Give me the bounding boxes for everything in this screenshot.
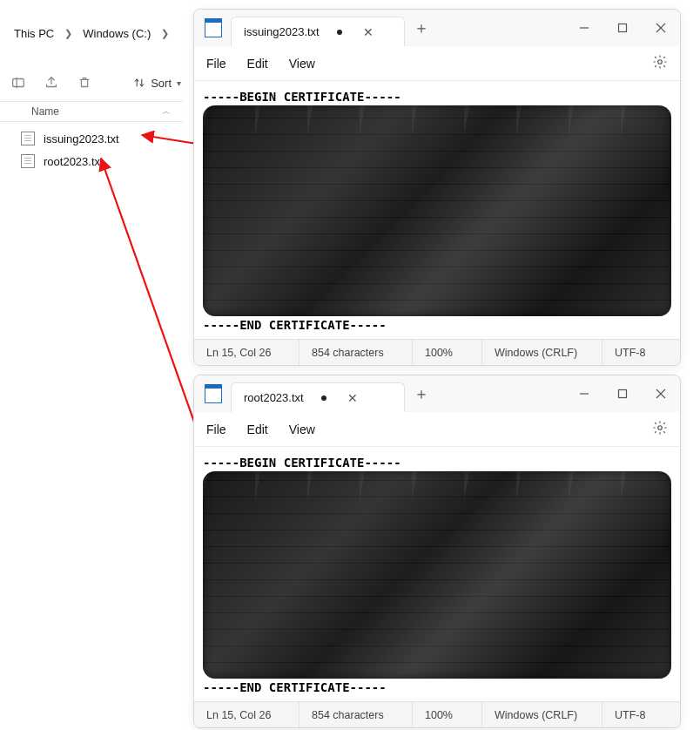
maximize-button[interactable]: [603, 10, 642, 45]
column-header-row: Name ︿: [0, 101, 183, 122]
svg-rect-10: [619, 390, 627, 398]
menu-file[interactable]: File: [206, 57, 226, 71]
pem-end-line: -----END CERTIFICATE-----: [203, 318, 671, 332]
chevron-right-icon: ❯: [159, 28, 171, 39]
file-name: issuing2023.txt: [44, 132, 119, 145]
tab-title: issuing2023.txt: [244, 25, 320, 38]
menu-view[interactable]: View: [289, 422, 315, 436]
tab-title: root2023.txt: [244, 391, 304, 404]
pem-begin-line: -----BEGIN CERTIFICATE-----: [203, 456, 671, 470]
file-list: issuing2023.txt root2023.txt: [21, 127, 178, 172]
close-button[interactable]: [642, 10, 680, 45]
chevron-up-icon[interactable]: ︿: [162, 105, 171, 118]
redacted-certificate-body: [203, 471, 671, 679]
unsaved-dot-icon: [337, 30, 342, 35]
window-controls: [565, 10, 680, 45]
svg-rect-5: [619, 24, 627, 32]
rename-icon[interactable]: [10, 75, 26, 91]
menu-view[interactable]: View: [289, 57, 315, 71]
pem-end-line: -----END CERTIFICATE-----: [203, 680, 671, 694]
unsaved-dot-icon: [321, 395, 326, 401]
new-tab-button[interactable]: ＋: [414, 17, 429, 38]
notepad-window-root: root2023.txt ✕ ＋ File Edit View -----BEG…: [193, 375, 681, 728]
menu-file[interactable]: File: [206, 422, 226, 436]
tab-issuing[interactable]: issuing2023.txt ✕: [231, 17, 405, 46]
titlebar[interactable]: issuing2023.txt ✕ ＋: [194, 10, 680, 46]
close-button[interactable]: [642, 376, 680, 411]
status-encoding: UTF-8: [602, 702, 680, 727]
redacted-certificate-body: [203, 105, 671, 316]
chevron-right-icon: ❯: [63, 28, 74, 39]
status-char-count: 854 characters: [299, 340, 412, 365]
menu-edit[interactable]: Edit: [247, 57, 268, 71]
status-encoding: UTF-8: [602, 340, 680, 365]
menu-edit[interactable]: Edit: [247, 422, 268, 436]
notepad-window-issuing: issuing2023.txt ✕ ＋ File Edit View -----…: [193, 9, 681, 366]
column-name[interactable]: Name: [0, 105, 59, 118]
file-row-root[interactable]: root2023.txt: [21, 150, 178, 172]
status-line-ending: Windows (CRLF): [481, 702, 602, 727]
window-controls: [565, 376, 680, 411]
file-name: root2023.txt: [44, 155, 104, 168]
settings-button[interactable]: [652, 420, 668, 438]
notepad-app-icon: [205, 18, 222, 37]
status-zoom[interactable]: 100%: [412, 702, 481, 727]
svg-point-8: [658, 60, 663, 64]
menubar: File Edit View: [194, 412, 680, 447]
tab-close-button[interactable]: ✕: [360, 26, 377, 38]
svg-rect-0: [13, 79, 24, 87]
titlebar[interactable]: root2023.txt ✕ ＋: [194, 375, 680, 412]
new-tab-button[interactable]: ＋: [414, 383, 429, 404]
settings-button[interactable]: [652, 54, 668, 72]
breadcrumb: This PC ❯ Windows (C:) ❯: [0, 23, 171, 44]
minimize-button[interactable]: [565, 376, 603, 411]
sort-button[interactable]: Sort ▾: [133, 77, 181, 90]
tab-close-button[interactable]: ✕: [344, 392, 361, 404]
crumb-drive-c[interactable]: Windows (C:): [79, 25, 154, 42]
chevron-down-icon: ▾: [177, 78, 181, 88]
menubar: File Edit View: [194, 46, 680, 81]
status-cursor-pos: Ln 15, Col 26: [194, 340, 299, 365]
statusbar: Ln 15, Col 26 854 characters 100% Window…: [194, 339, 680, 365]
trash-icon[interactable]: [77, 75, 92, 91]
crumb-this-pc[interactable]: This PC: [10, 25, 57, 42]
status-zoom[interactable]: 100%: [412, 340, 481, 365]
text-file-icon: [21, 154, 35, 168]
editor-area[interactable]: -----BEGIN CERTIFICATE----- -----END CER…: [194, 81, 680, 339]
sort-label: Sort: [151, 77, 172, 90]
file-row-issuing[interactable]: issuing2023.txt: [21, 127, 178, 150]
pem-begin-line: -----BEGIN CERTIFICATE-----: [203, 90, 671, 104]
status-char-count: 854 characters: [299, 702, 412, 727]
maximize-button[interactable]: [603, 376, 642, 411]
editor-area[interactable]: -----BEGIN CERTIFICATE----- -----END CER…: [194, 447, 680, 701]
statusbar: Ln 15, Col 26 854 characters 100% Window…: [194, 701, 680, 727]
notepad-app-icon: [205, 384, 222, 403]
minimize-button[interactable]: [565, 10, 603, 45]
explorer-toolbar: Sort ▾: [0, 70, 192, 96]
status-cursor-pos: Ln 15, Col 26: [194, 702, 299, 727]
status-line-ending: Windows (CRLF): [481, 340, 602, 365]
text-file-icon: [21, 132, 35, 145]
tab-root[interactable]: root2023.txt ✕: [231, 382, 405, 412]
share-icon[interactable]: [44, 75, 59, 91]
svg-point-13: [658, 426, 663, 430]
